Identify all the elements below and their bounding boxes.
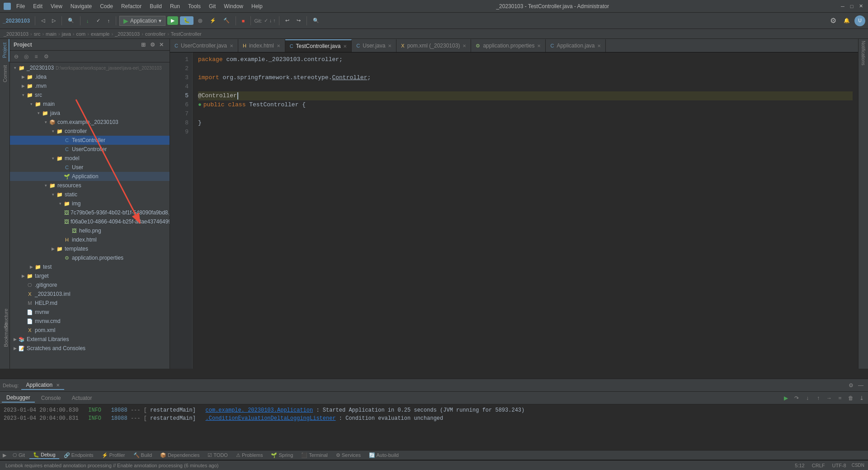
build-button[interactable]: 🔨 (221, 16, 232, 25)
tab-usercontroller[interactable]: C UserController.java ✕ (170, 39, 238, 52)
tree-templates[interactable]: ▶ 📁 templates (10, 244, 170, 253)
expand-all-btn[interactable]: ≡ (32, 52, 41, 61)
menu-help[interactable]: Help (248, 2, 266, 10)
log-class[interactable]: com.example._20230103.Application (206, 407, 313, 413)
project-layout-btn[interactable]: ⊞ (139, 40, 148, 49)
bottom-tab-git[interactable]: ⎔ Git (9, 452, 28, 459)
tree-mvnw[interactable]: 📄 mvnw (10, 308, 170, 317)
tree-controller-folder[interactable]: ▾ 📁 controller (10, 127, 170, 136)
lombok-warning[interactable]: Lombok requires enabled annotation proce… (4, 463, 220, 468)
tab-pomxml[interactable]: X pom.xml (_20230103) ✕ (396, 39, 471, 52)
bottom-tab-problems[interactable]: ⚠ Problems (232, 452, 267, 459)
find-button[interactable]: 🔍 (310, 16, 322, 25)
tree-root[interactable]: ▾ 📁 _20230103 D:\workspace\workspace_jav… (10, 63, 170, 72)
menu-edit[interactable]: Edit (29, 2, 46, 10)
bottom-tab-dependencies[interactable]: 📦 Dependencies (156, 452, 203, 459)
tab-close-user[interactable]: ✕ (388, 43, 392, 48)
debug-subtab-console[interactable]: Console (37, 394, 66, 402)
bottom-tab-profiler[interactable]: ⚡ Profiler (98, 452, 129, 459)
tree-scratches[interactable]: ▶ 📝 Scratches and Consoles (10, 344, 170, 353)
debug-evaluate-btn[interactable]: = (835, 394, 844, 403)
bookmarks-tab[interactable]: Bookmarks (0, 318, 10, 351)
tree-iml[interactable]: X _20230103.iml (10, 290, 170, 299)
debug-tab-close[interactable]: ✕ (56, 383, 60, 388)
navigate-back-button[interactable]: ◁ (38, 16, 47, 25)
tree-gitignore[interactable]: ⎔ .gitignore (10, 280, 170, 290)
locate-file-btn[interactable]: ◎ (22, 52, 31, 61)
tab-indexhtml[interactable]: H index.html ✕ (238, 39, 285, 52)
breadcrumb-part-3[interactable]: java (62, 31, 71, 37)
bottom-tab-build[interactable]: 🔨 Build (130, 452, 156, 459)
commit-tab[interactable]: Commit (1, 62, 9, 86)
debug-step-over-btn[interactable]: ↷ (792, 394, 801, 403)
project-tab[interactable]: Project (0, 39, 9, 62)
tree-appprops[interactable]: ⚙ application.properties (10, 253, 170, 262)
tree-application[interactable]: 🌱 Application (10, 172, 170, 181)
cog-btn[interactable]: ⚙ (42, 52, 51, 61)
debug-run-cursor-btn[interactable]: → (825, 394, 834, 403)
tree-usercontroller[interactable]: C UserController (10, 145, 170, 154)
tab-testcontroller[interactable]: C TestController.java ✕ (285, 39, 352, 52)
debug-subtab-debugger[interactable]: Debugger (2, 394, 35, 403)
tree-java[interactable]: ▾ 📁 java (10, 109, 170, 118)
navigate-forward-button[interactable]: ▷ (49, 16, 58, 25)
notifications-label[interactable]: Notifications (861, 41, 866, 65)
run-configuration-dropdown[interactable]: ▶ Application ▾ (119, 16, 165, 26)
menu-navigate[interactable]: Navigate (67, 2, 95, 10)
tab-close-testcontroller[interactable]: ✕ (343, 44, 347, 49)
menu-code[interactable]: Code (96, 2, 117, 10)
tab-close-usercontroller[interactable]: ✕ (230, 43, 233, 48)
git-push-button[interactable]: ↑ (105, 17, 113, 25)
tree-package[interactable]: ▾ 📦 com.example._20230103 (10, 118, 170, 127)
menu-tools[interactable]: Tools (184, 2, 204, 10)
coverage-button[interactable]: ◎ (195, 16, 205, 25)
maximize-button[interactable]: □ (848, 3, 855, 10)
notifications-button[interactable]: 🔔 (841, 16, 853, 25)
tree-testcontroller[interactable]: C TestController (10, 136, 170, 145)
tree-pomxml[interactable]: X pom.xml (10, 326, 170, 335)
menu-file[interactable]: File (13, 2, 28, 10)
menu-view[interactable]: View (47, 2, 66, 10)
bottom-tab-terminal[interactable]: ⬛ Terminal (297, 452, 331, 459)
tab-close-pomxml[interactable]: ✕ (462, 43, 466, 48)
tree-static[interactable]: ▾ 📁 static (10, 190, 170, 199)
project-settings-btn[interactable]: ⚙ (148, 40, 157, 49)
debug-step-out-btn[interactable]: ↑ (814, 394, 823, 403)
debug-clear-btn[interactable]: 🗑 (846, 394, 855, 403)
bottom-tab-autobuild[interactable]: 🔄 Auto-build (365, 452, 402, 459)
redo-button[interactable]: ↪ (294, 16, 303, 25)
debug-minimize-btn[interactable]: — (856, 381, 865, 390)
tree-ext-libs[interactable]: ▶ 📚 External Libraries (10, 335, 170, 344)
tab-close-indexhtml[interactable]: ✕ (277, 43, 280, 48)
breadcrumb-part-6[interactable]: _20230103 (115, 31, 140, 37)
tree-img1[interactable]: 🖼 7c79b0e5-936f-4b02-bf1f-548090fa9bd8.j… (10, 208, 170, 217)
menu-refactor[interactable]: Refactor (118, 2, 145, 10)
breadcrumb-part-8[interactable]: TestController (171, 31, 202, 37)
collapse-all-btn[interactable]: ⊖ (12, 52, 21, 61)
project-close-btn[interactable]: ✕ (157, 40, 166, 49)
tree-img2[interactable]: 🖼 f06a0e10-4866-4094-b25f-a3ae43746499.j… (10, 217, 170, 226)
breadcrumb-part-0[interactable]: _20230103 (4, 31, 28, 37)
git-commit-button[interactable]: ✓ (94, 16, 103, 25)
debug-resume-btn[interactable]: ▶ (781, 394, 790, 403)
debug-tab-application[interactable]: Application ✕ (21, 381, 64, 390)
stop-button[interactable]: ■ (239, 17, 248, 25)
search-everywhere-button[interactable]: 🔍 (65, 16, 77, 25)
bottom-tab-services[interactable]: ⚙ Services (332, 452, 364, 459)
debug-scroll-end-btn[interactable]: ⤓ (857, 394, 866, 403)
bottom-tab-todo[interactable]: ☑ TODO (204, 452, 231, 459)
tree-img-folder[interactable]: ▾ 📁 img (10, 199, 170, 208)
tree-help[interactable]: M HELP.md (10, 299, 170, 308)
bottom-tab-spring[interactable]: 🌱 Spring (267, 452, 297, 459)
code-editor[interactable]: package com.example._20230103.controller… (193, 52, 858, 369)
breadcrumb-part-2[interactable]: main (46, 31, 57, 37)
debug-side-btn[interactable]: ▶ (3, 452, 6, 458)
avatar-button[interactable]: U (854, 15, 865, 26)
close-button[interactable]: ✕ (857, 3, 864, 10)
tree-main[interactable]: ▾ 📁 main (10, 100, 170, 109)
minimize-button[interactable]: ─ (839, 3, 846, 10)
debug-settings-btn[interactable]: ⚙ (846, 381, 855, 390)
git-update-button[interactable]: ↓ (84, 17, 92, 25)
debug-button[interactable]: 🐛 (180, 16, 193, 25)
tree-target[interactable]: ▶ 📁 target (10, 271, 170, 280)
